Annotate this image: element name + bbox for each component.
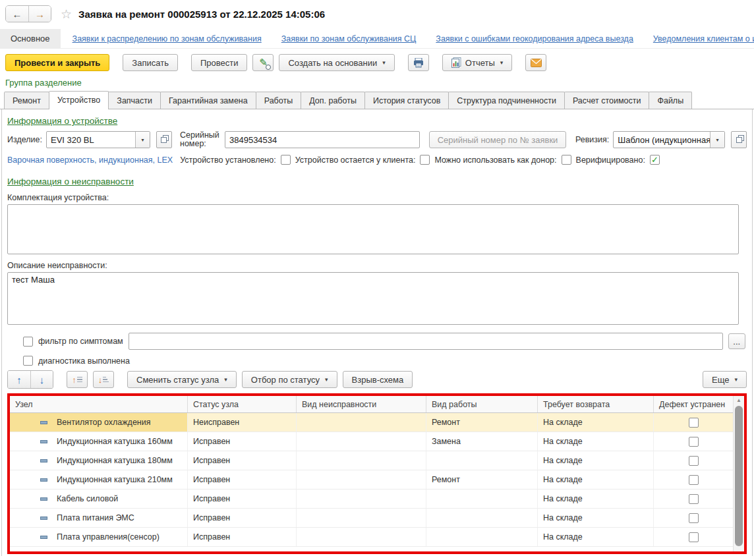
node-cell[interactable]: Плата питания ЭМС — [10, 509, 188, 527]
sort-desc-button[interactable]: ↓ — [93, 371, 114, 388]
change-node-status-button[interactable]: Сменить статус узла ▾ — [127, 371, 237, 388]
work-kind-cell[interactable]: Замена — [426, 432, 538, 451]
defect-fixed-checkbox[interactable] — [689, 456, 699, 466]
create-based-on-button[interactable]: Создать на основании ▾ — [279, 54, 394, 71]
return-cell[interactable]: На складе — [538, 490, 654, 508]
symptom-filter-more-button[interactable]: ... — [728, 333, 745, 349]
work-kind-cell[interactable]: Ремонт — [426, 413, 538, 432]
defect-fixed-checkbox[interactable] — [689, 494, 699, 504]
node-cell[interactable]: Индукционная катушка 160мм — [10, 432, 188, 451]
nav-link[interactable]: Заявки с ошибками геокодирования адреса … — [436, 34, 633, 43]
work-kind-cell[interactable] — [426, 509, 538, 527]
column-header[interactable]: Дефект устранен — [654, 396, 733, 412]
table-row[interactable]: Индукционная катушка 180ммИсправенНа скл… — [10, 451, 733, 470]
work-kind-cell[interactable]: Ремонт — [426, 470, 538, 489]
fault-kind-cell[interactable] — [297, 432, 426, 451]
tab-доп-работы[interactable]: Доп. работы — [301, 92, 365, 109]
column-header[interactable]: Узел — [10, 396, 188, 412]
fault-description-textarea[interactable]: тест Маша — [7, 272, 739, 325]
status-cell[interactable]: Исправен — [188, 470, 297, 489]
device-flag-checkbox[interactable] — [420, 155, 430, 165]
node-cell[interactable]: Вентилятор охлаждения — [10, 413, 188, 432]
table-row[interactable]: Индукционная катушка 210ммИсправенРемонт… — [10, 470, 733, 490]
return-cell[interactable]: На складе — [538, 470, 654, 489]
return-cell[interactable]: На складе — [538, 451, 654, 470]
filter-by-status-button[interactable]: Отбор по статусу ▾ — [242, 371, 337, 388]
fault-kind-cell[interactable] — [297, 470, 426, 489]
fault-kind-cell[interactable] — [297, 509, 426, 527]
tab-ремонт[interactable]: Ремонт — [4, 92, 49, 109]
return-cell[interactable]: На складе — [538, 432, 654, 451]
node-cell[interactable]: Кабель силовой — [10, 490, 188, 508]
return-cell[interactable]: На складе — [538, 413, 654, 432]
table-row[interactable]: Вентилятор охлажденияНеисправенРемонтНа … — [10, 413, 733, 432]
back-button[interactable]: ← — [6, 6, 28, 22]
fault-kind-cell[interactable] — [297, 490, 426, 508]
device-type-link[interactable]: Варочная поверхность, индукционная, LEX — [7, 155, 173, 165]
device-flag-checkbox[interactable] — [562, 155, 571, 165]
device-flag-checkbox[interactable] — [281, 155, 291, 165]
defect-fixed-checkbox[interactable] — [689, 513, 699, 523]
move-down-button[interactable]: ↓ — [30, 371, 53, 388]
nav-link[interactable]: Уведомления клиентам о и — [653, 34, 754, 43]
status-cell[interactable]: Исправен — [188, 490, 297, 508]
chevron-down-icon[interactable]: ▾ — [135, 132, 150, 148]
fault-kind-cell[interactable] — [297, 528, 426, 546]
nav-tab-main[interactable]: Основное — [0, 29, 61, 48]
send-mail-button[interactable] — [525, 54, 546, 71]
change-history-button[interactable]: ✎ — [252, 54, 274, 71]
tab-гарантийная-замена[interactable]: Гарантийная замена — [160, 92, 256, 109]
column-header[interactable]: Статус узла — [188, 396, 297, 412]
fault-kind-cell[interactable] — [297, 451, 426, 470]
chevron-down-icon[interactable]: ▾ — [710, 132, 724, 148]
post-and-close-button[interactable]: Провести и закрыть — [5, 54, 109, 71]
tab-файлы[interactable]: Файлы — [649, 92, 692, 109]
return-cell[interactable]: На складе — [538, 509, 654, 527]
column-header[interactable]: Вид работы — [426, 396, 538, 412]
tab-расчет-стоимости[interactable]: Расчет стоимости — [564, 92, 650, 109]
node-cell[interactable]: Индукционная катушка 180мм — [10, 451, 188, 470]
explosion-scheme-button[interactable]: Взрыв-схема — [343, 371, 413, 388]
status-cell[interactable]: Неисправен — [188, 413, 297, 432]
node-cell[interactable]: Плата управления(сенсор) — [10, 528, 188, 546]
product-combo[interactable]: EVI 320 BL ▾ — [46, 131, 150, 148]
work-kind-cell[interactable] — [426, 451, 538, 470]
device-info-section-link[interactable]: Информация о устройстве — [7, 116, 117, 126]
equipment-textarea[interactable] — [7, 204, 739, 254]
node-cell[interactable]: Индукционная катушка 210мм — [10, 470, 188, 489]
fault-kind-cell[interactable] — [297, 413, 426, 432]
device-flag-checkbox[interactable]: ✓ — [650, 155, 660, 165]
defect-fixed-checkbox[interactable] — [689, 475, 699, 485]
work-kind-cell[interactable] — [426, 490, 538, 508]
serial-number-input[interactable] — [225, 131, 420, 148]
symptom-filter-input[interactable] — [129, 333, 723, 350]
defect-fixed-checkbox[interactable] — [689, 532, 699, 542]
tab-структура-подчиненности[interactable]: Структура подчиненности — [448, 92, 565, 109]
serial-by-request-button[interactable]: Серийный номер по № заявки — [429, 131, 566, 148]
status-cell[interactable]: Исправен — [188, 451, 297, 470]
print-button[interactable] — [408, 54, 429, 71]
save-button[interactable]: Записать — [123, 54, 178, 71]
fault-info-section-link[interactable]: Информация о неисправности — [7, 177, 134, 186]
product-open-button[interactable] — [156, 131, 172, 148]
defect-fixed-checkbox[interactable] — [689, 418, 699, 428]
column-header[interactable]: Требует возврата — [538, 396, 654, 412]
post-button[interactable]: Провести — [191, 54, 248, 71]
table-row[interactable]: Плата питания ЭМСИсправенНа складе — [10, 509, 733, 528]
tab-устройство[interactable]: Устройство — [49, 91, 109, 109]
return-cell[interactable]: На складе — [538, 528, 654, 546]
table-row[interactable]: Кабель силовойИсправенНа складе — [10, 490, 733, 509]
status-cell[interactable]: Исправен — [188, 509, 297, 527]
move-up-button[interactable]: ↑ — [8, 371, 30, 388]
favorite-star-icon[interactable]: ☆ — [61, 7, 72, 22]
table-row[interactable]: Индукционная катушка 160ммИсправенЗамена… — [10, 432, 733, 451]
revision-open-button[interactable] — [731, 131, 747, 148]
nav-link[interactable]: Заявки по зонам обслуживания СЦ — [281, 34, 417, 43]
tab-работы[interactable]: Работы — [256, 92, 301, 109]
status-cell[interactable]: Исправен — [188, 432, 297, 451]
status-cell[interactable]: Исправен — [188, 528, 297, 546]
symptom-filter-checkbox[interactable] — [23, 337, 33, 347]
vertical-scrollbar[interactable]: ▲ — [733, 396, 744, 551]
nav-link[interactable]: Заявки к распределению по зонам обслужив… — [72, 34, 262, 43]
sort-asc-button[interactable]: ↑ — [67, 371, 88, 388]
